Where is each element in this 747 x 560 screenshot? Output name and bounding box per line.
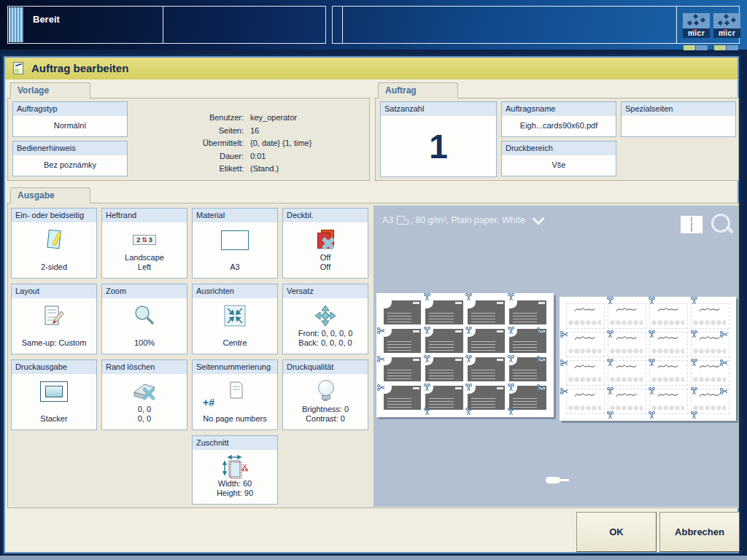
scissors-cut-mark-icon: [648, 330, 656, 338]
tile-label: Heftrand: [102, 209, 187, 222]
status-panel: Bereit: [7, 6, 326, 44]
info-value: (Stand.): [250, 163, 279, 176]
tile-zoom[interactable]: Zoom 100%: [101, 284, 187, 354]
scissors-cut-mark-icon: [690, 387, 698, 395]
card-logo-mark: [455, 359, 462, 361]
micr-diamonds-icon: [683, 13, 710, 28]
signature-squiggle: [698, 334, 722, 342]
info-label: Seiten:: [96, 125, 244, 138]
tile-satzanzahl[interactable]: Satzanzahl 1: [380, 101, 497, 177]
tile-value: Landscape Left: [102, 253, 187, 272]
card-logo-mark: [497, 387, 503, 389]
business-card-back: [567, 361, 604, 385]
tray-green-bar: [714, 45, 726, 50]
scissors-cut-mark-icon: [648, 387, 656, 395]
tile-druckbereich[interactable]: Druckbereich Vše: [501, 141, 616, 176]
tile-zuschnitt[interactable]: Zuschnitt Width: 60 Height: 90: [192, 435, 278, 505]
card-dots-row: [693, 320, 726, 325]
tile-label: Zuschnitt: [193, 436, 277, 450]
tile-druckqualitaet[interactable]: Druckqualität Brightness: 0 Contrast: 0: [282, 359, 368, 430]
tile-label: Auftragsname: [502, 102, 616, 116]
tile-value: Same-up: Custom: [12, 338, 96, 348]
tile-deckblatt[interactable]: Deckbl. Off Off: [282, 208, 368, 279]
tile-ein-oder-beidseitig[interactable]: Ein- oder beidseitig 2-sided: [11, 208, 97, 279]
two-page-view-button[interactable]: [681, 216, 703, 233]
signature-squiggle: [615, 362, 639, 370]
scissors-cut-mark-icon: [465, 327, 473, 335]
info-row: Etikett:(Stand.): [96, 163, 358, 176]
info-label: Benutzer:: [96, 112, 244, 125]
card-logo-mark: [497, 330, 503, 332]
tile-label: Zoom: [102, 284, 187, 298]
business-card-front: [468, 357, 505, 381]
business-card-back: [650, 304, 687, 328]
scissors-cut-mark-icon: [465, 384, 473, 392]
tile-seitennummerierung[interactable]: Seitennummerierung +# No page numbers: [192, 359, 278, 430]
business-card-back: [608, 304, 646, 328]
tile-value: Eigh...cards90x60.pdf: [502, 121, 616, 131]
signature-squiggle: [615, 306, 639, 314]
binding-staple-mark: ⇅: [140, 236, 149, 244]
info-label: Dauer:: [96, 150, 244, 163]
media-size: A3: [382, 215, 393, 225]
status-stripes-icon: [9, 7, 23, 42]
card-text-lines: [429, 370, 453, 379]
erase-margin-icon: [102, 376, 187, 407]
tile-auftragsname[interactable]: Auftragsname Eigh...cards90x60.pdf: [501, 101, 616, 137]
info-value: key_operator: [250, 112, 297, 125]
tile-label: Satzanzahl: [381, 102, 496, 116]
tile-material[interactable]: Material A3: [192, 208, 278, 279]
panel-auftrag: Auftrag Satzanzahl 1 Auftragsname Eigh..…: [375, 98, 739, 181]
tile-label: Druckausgabe: [12, 360, 96, 374]
ok-button[interactable]: OK: [576, 512, 657, 552]
magnifier-handle-icon: [726, 226, 734, 234]
scissors-cut-mark-icon: [377, 355, 385, 363]
card-text-lines: [429, 313, 453, 322]
cancel-button[interactable]: Abbrechen: [659, 512, 740, 552]
card-text-lines: [429, 341, 453, 351]
scissors-cut-mark-icon: [377, 384, 385, 392]
tab-auftrag[interactable]: Auftrag: [378, 82, 458, 98]
media-select[interactable]: A3 , 80 g/m², Plain paper, White: [382, 215, 543, 225]
tab-ausgabe[interactable]: Ausgabe: [10, 187, 90, 203]
business-card-front: [468, 386, 505, 410]
layout-edit-icon: [12, 300, 96, 331]
tile-value: 2-sided: [12, 262, 96, 272]
media-description: , 80 g/m², Plain paper, White: [410, 215, 525, 225]
card-dots-row: [651, 405, 684, 411]
tab-vorlage[interactable]: Vorlage: [10, 82, 90, 98]
tile-rand-loeschen[interactable]: Rand löschen 0, 0 0, 0: [101, 359, 187, 430]
signature-squiggle: [657, 334, 681, 342]
binding-page-3: 3: [149, 236, 152, 244]
tile-heftrand[interactable]: Heftrand 2⇅3 Landscape Left: [101, 208, 187, 279]
tile-druckausgabe[interactable]: Druckausgabe Stacker: [11, 359, 97, 430]
scissors-cut-mark-icon: [537, 384, 545, 392]
info-row: Benutzer:key_operator: [96, 112, 358, 125]
card-dots-row: [693, 349, 726, 354]
info-row: Seiten:16: [96, 125, 358, 138]
tile-ausrichten[interactable]: Ausrichten Centre: [192, 284, 278, 354]
card-dots-row: [568, 377, 601, 382]
micr-tray-bars: [714, 40, 739, 45]
tile-value: Front: 0, 0, 0, 0 Back: 0, 0, 0, 0: [283, 329, 368, 348]
micr-diamonds-icon: [713, 13, 740, 28]
tile-spezialseiten[interactable]: Spezialseiten: [621, 101, 736, 137]
tray-green-bar: [684, 45, 695, 50]
card-logo-mark: [455, 330, 462, 332]
preview-zoom-button[interactable]: [711, 213, 734, 236]
scissors-cut-mark-icon: [720, 330, 728, 338]
scissors-cut-mark-icon: [648, 297, 656, 305]
tray-blue-bar: [696, 45, 708, 50]
scissors-cut-mark-icon: [690, 330, 698, 338]
paper-orientation-icon: [397, 216, 409, 225]
card-logo-mark: [455, 387, 462, 389]
card-dots-row: [651, 377, 684, 382]
tile-layout[interactable]: Layout Same-up: Custom: [11, 284, 97, 354]
business-card-front: [384, 300, 421, 324]
tile-label: Layout: [12, 284, 96, 298]
scissors-cut-mark-icon: [606, 387, 614, 395]
card-dots-row: [610, 349, 643, 354]
tile-versatz[interactable]: Versatz Front: 0, 0, 0, 0 Back: 0, 0, 0,…: [282, 284, 368, 354]
scissors-cut-mark-icon: [690, 411, 698, 419]
business-card-front: [384, 357, 421, 381]
